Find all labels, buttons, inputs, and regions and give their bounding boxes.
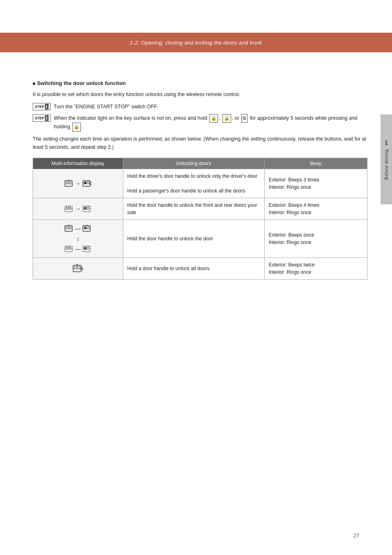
car-icon-3d xyxy=(82,245,91,253)
table-header-row: Multi-information display Unlocking door… xyxy=(33,158,368,169)
row2-beep-cell: Exterior: Beeps 4 timesInterior: Rings o… xyxy=(265,198,368,219)
unlock-table: Multi-information display Unlocking door… xyxy=(33,158,368,280)
table-row: — ↕ xyxy=(33,219,368,257)
row1-icon-cell: → xyxy=(33,169,123,198)
row4-icon-cell xyxy=(33,257,123,279)
step1-badge: STEP 1 xyxy=(33,103,51,110)
svg-point-35 xyxy=(77,264,78,264)
row3-icon-cell: — ↕ xyxy=(33,219,123,257)
svg-rect-17 xyxy=(66,227,68,229)
setting-note: The setting changes each time an operati… xyxy=(33,135,368,151)
step2-badge: STEP 2 xyxy=(33,114,51,122)
row2-icon-cell: → xyxy=(33,198,123,219)
car-icon-3c xyxy=(65,245,74,253)
svg-rect-2 xyxy=(69,182,71,184)
lock-icon: 🔒 xyxy=(209,114,218,123)
table-row: Hold a door handle to unlock all doors E… xyxy=(33,257,368,279)
svg-rect-32 xyxy=(78,266,80,269)
table-row: → Hold the door handle to unlock the fro… xyxy=(33,198,368,219)
svg-rect-14 xyxy=(84,207,86,209)
car-icon-1a xyxy=(65,179,74,188)
step2-row: STEP 2 When the indicator light on the k… xyxy=(33,114,368,132)
row1-unlock-cell: Hold the driver's door handle to unlock … xyxy=(123,169,265,198)
page-header-title: 1-2. Opening, closing and locking the do… xyxy=(130,40,262,46)
row1-icons: → xyxy=(37,178,119,189)
row4-icon-display xyxy=(37,264,119,273)
row3-beep-cell: Exterior: Beeps onceInterior: Rings once xyxy=(265,219,368,257)
car-icon-4 xyxy=(73,264,83,273)
row3-unlock-cell: Hold the door handle to unlock the door xyxy=(123,219,265,257)
signal-icon: ⧉ xyxy=(241,114,247,123)
svg-rect-7 xyxy=(87,182,89,184)
hold-icon: 🔒 xyxy=(72,123,81,131)
svg-rect-6 xyxy=(84,182,86,184)
car-icon-2b xyxy=(82,205,91,213)
svg-line-34 xyxy=(82,269,83,270)
side-tab-number: 1 xyxy=(385,139,388,146)
car-icon-1b xyxy=(82,179,91,188)
svg-rect-21 xyxy=(84,227,86,229)
row2-icon-display: → xyxy=(37,205,119,213)
car-icon-3b xyxy=(82,224,91,233)
svg-point-23 xyxy=(87,224,87,225)
row1-icon-display: → xyxy=(65,179,91,188)
col-unlock-header: Unlocking doors xyxy=(123,158,265,169)
car-icon-2a xyxy=(65,205,74,213)
row4-beep-cell: Exterior: Beeps twiceInterior: Rings onc… xyxy=(265,257,368,279)
svg-rect-28 xyxy=(84,247,86,249)
svg-rect-29 xyxy=(87,247,89,249)
step2-text: When the indicator light on the key surf… xyxy=(54,114,368,132)
svg-rect-18 xyxy=(69,227,71,229)
svg-rect-12 xyxy=(69,207,71,209)
svg-rect-31 xyxy=(74,266,77,269)
step1-text: Turn the "ENGINE START STOP" switch OFF. xyxy=(54,103,368,111)
step1-row: STEP 1 Turn the "ENGINE START STOP" swit… xyxy=(33,103,368,111)
row3-icons-bottom: — xyxy=(65,245,91,253)
unlock-icon: 🔓 xyxy=(223,114,231,123)
row3-icon-display: — ↕ xyxy=(37,223,119,254)
section-title: Switching the door unlock function xyxy=(33,80,368,86)
svg-rect-1 xyxy=(66,182,68,184)
svg-point-3 xyxy=(69,179,69,180)
intro-text: It is possible to set which doors the en… xyxy=(33,90,368,98)
side-tab: 1 Before driving xyxy=(381,114,392,204)
row3-icons-top: — xyxy=(65,224,91,233)
svg-rect-22 xyxy=(87,227,89,229)
row2-unlock-cell: Hold the door handle to unlock the front… xyxy=(123,198,265,219)
col-beep-header: Beep xyxy=(265,158,368,169)
main-content: Switching the door unlock function It is… xyxy=(0,80,392,280)
table-row: → Hold the driver's door handle t xyxy=(33,169,368,198)
svg-rect-15 xyxy=(87,207,89,209)
svg-point-19 xyxy=(69,224,69,225)
car-icon-3a xyxy=(65,224,74,233)
svg-rect-25 xyxy=(66,247,68,249)
side-tab-label: Before driving xyxy=(384,149,389,180)
svg-rect-11 xyxy=(66,207,68,209)
page-number: 27 xyxy=(354,533,359,539)
row1-beep-cell: Exterior: Beeps 3 timesInterior: Rings o… xyxy=(265,169,368,198)
col-display-header: Multi-information display xyxy=(33,158,123,169)
row4-unlock-cell: Hold a door handle to unlock all doors xyxy=(123,257,265,279)
page-header: 1-2. Opening, closing and locking the do… xyxy=(0,33,392,52)
svg-rect-26 xyxy=(69,247,71,249)
